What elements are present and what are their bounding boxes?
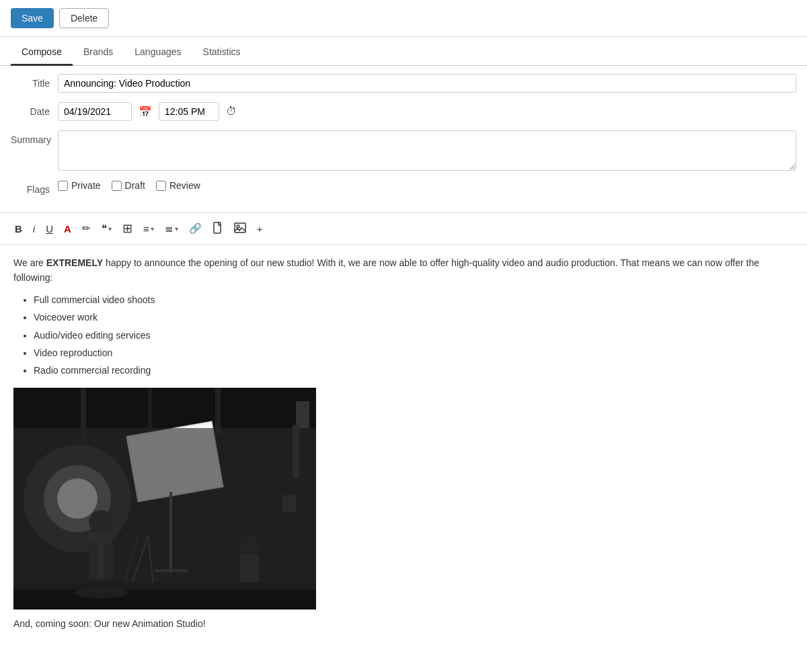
intro-rest-text: happy to announce the opening of our new… — [13, 257, 759, 283]
flag-draft-label: Draft — [125, 180, 145, 191]
date-label: Date — [11, 102, 58, 117]
top-bar: Save Delete — [0, 0, 807, 37]
svg-rect-28 — [282, 495, 296, 512]
bold-button[interactable]: B — [11, 220, 26, 237]
summary-row: Summary — [11, 130, 796, 171]
list-item: Audio/video editing services — [34, 328, 794, 343]
checkbox-review[interactable] — [156, 181, 166, 191]
date-group: 📅 ⏱ — [58, 102, 239, 121]
tab-statistics[interactable]: Statistics — [192, 40, 252, 66]
calendar-icon[interactable]: 📅 — [136, 104, 155, 120]
flag-review[interactable]: Review — [156, 180, 200, 191]
date-row: Date 📅 ⏱ — [11, 102, 796, 121]
text-color-button[interactable]: A — [60, 220, 75, 237]
form-area: Title Date 📅 ⏱ Summary Flags Private Dra… — [0, 66, 807, 212]
intro-paragraph: We are EXTREMELY happy to announce the o… — [13, 255, 794, 286]
svg-rect-1 — [235, 223, 245, 233]
flags-group: Private Draft Review — [58, 180, 200, 191]
svg-rect-30 — [293, 425, 299, 478]
checkbox-draft[interactable] — [112, 181, 122, 191]
unordered-list-icon: ≣ — [165, 222, 174, 235]
ordered-list-dropdown[interactable]: ≡ ▾ — [139, 220, 158, 237]
svg-rect-29 — [296, 401, 309, 428]
flag-private[interactable]: Private — [58, 180, 101, 191]
table-button[interactable]: ⊞ — [118, 218, 137, 239]
title-label: Title — [11, 74, 58, 89]
ordered-list-caret: ▾ — [151, 225, 154, 233]
summary-label: Summary — [11, 130, 58, 145]
title-input[interactable] — [58, 74, 796, 93]
svg-point-2 — [237, 225, 239, 228]
quote-icon: ❝ — [102, 222, 107, 235]
list-item: Video reproduction — [34, 345, 794, 360]
checkbox-private[interactable] — [58, 181, 68, 191]
quote-dropdown[interactable]: ❝ ▾ — [98, 220, 116, 237]
svg-rect-6 — [215, 388, 221, 435]
italic-button[interactable]: i — [29, 220, 39, 237]
ordered-list-icon: ≡ — [143, 223, 149, 235]
caption-text: And, coming soon: Our new Animation Stud… — [13, 616, 794, 631]
file-button[interactable] — [208, 219, 227, 239]
svg-rect-26 — [13, 428, 316, 589]
extremely-text: EXTREMELY — [46, 257, 103, 268]
tab-languages[interactable]: Languages — [124, 40, 192, 66]
highlight-button[interactable]: ✏ — [78, 220, 95, 237]
unordered-list-dropdown[interactable]: ≣ ▾ — [161, 220, 182, 237]
delete-button[interactable]: Delete — [59, 8, 109, 28]
flags-row: Flags Private Draft Review — [11, 180, 796, 195]
tab-bar: Compose Brands Languages Statistics — [0, 40, 807, 66]
editor-toolbar: B i U A ✏ ❝ ▾ ⊞ ≡ ▾ ≣ ▾ 🔗 + — [0, 212, 807, 245]
tab-compose[interactable]: Compose — [11, 40, 73, 66]
editor-content[interactable]: We are EXTREMELY happy to announce the o… — [0, 245, 807, 648]
list-item: Full commercial video shoots — [34, 292, 794, 307]
list-item: Voiceover work — [34, 310, 794, 325]
quote-caret: ▾ — [108, 225, 112, 233]
save-button[interactable]: Save — [11, 8, 54, 28]
studio-image — [13, 388, 316, 610]
flag-private-label: Private — [71, 180, 101, 191]
title-row: Title — [11, 74, 796, 93]
flag-draft[interactable]: Draft — [112, 180, 145, 191]
svg-rect-0 — [214, 222, 221, 233]
flag-review-label: Review — [169, 180, 200, 191]
services-list: Full commercial video shoots Voiceover w… — [34, 292, 794, 378]
svg-rect-4 — [13, 388, 316, 428]
time-input[interactable] — [159, 102, 219, 121]
link-button[interactable]: 🔗 — [185, 220, 206, 237]
image-button[interactable] — [230, 220, 250, 238]
tab-brands[interactable]: Brands — [73, 40, 124, 66]
svg-rect-27 — [276, 509, 296, 562]
list-item: Radio commercial recording — [34, 363, 794, 378]
date-input[interactable] — [58, 102, 132, 121]
underline-button[interactable]: U — [42, 220, 57, 237]
plus-button[interactable]: + — [253, 220, 267, 237]
summary-input[interactable] — [58, 130, 796, 171]
clock-icon[interactable]: ⏱ — [223, 104, 239, 119]
unordered-list-caret: ▾ — [175, 225, 178, 233]
flags-label: Flags — [11, 180, 58, 195]
